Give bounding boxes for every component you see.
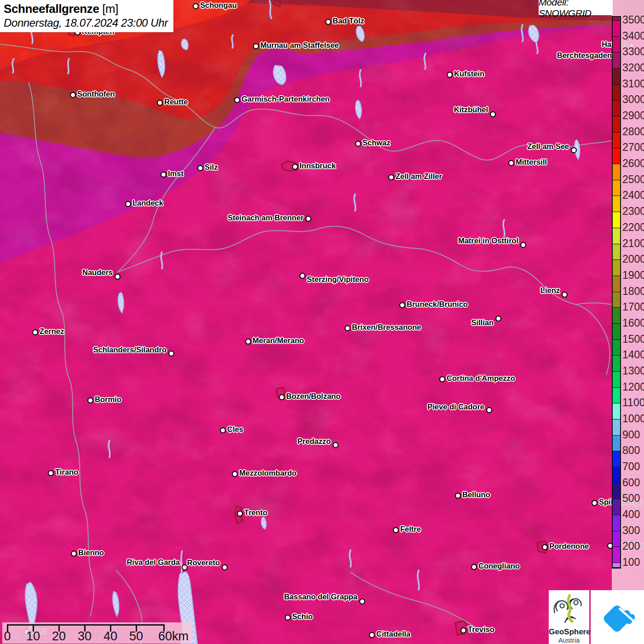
mountain-cloud-icon bbox=[596, 598, 638, 637]
scale-bar-label: 30 bbox=[78, 629, 92, 644]
city-dot bbox=[359, 598, 365, 604]
city-dot bbox=[562, 292, 568, 298]
city-dot bbox=[305, 216, 311, 222]
city-dot bbox=[490, 111, 496, 117]
elevation-legend: 3500340033003200310030002900280027002600… bbox=[612, 0, 644, 644]
city-dot bbox=[325, 19, 331, 25]
legend-tick-label: 2300 bbox=[622, 205, 644, 218]
city-dot bbox=[232, 471, 238, 477]
city-dot bbox=[168, 351, 174, 356]
page-title: Schneefallgrenze [m] bbox=[4, 2, 168, 16]
city-label: Innsbruck bbox=[299, 161, 336, 170]
city-label: Belluno bbox=[462, 490, 490, 499]
city-dot bbox=[460, 627, 466, 633]
title-box: Schneefallgrenze [m] Donnerstag, 18.07.2… bbox=[0, 0, 173, 32]
geosphere-logo: GeoSphere Austria bbox=[549, 590, 589, 644]
legend-tick-label: 1900 bbox=[622, 269, 644, 282]
city-label: Nauders bbox=[82, 268, 113, 277]
legend-segment bbox=[613, 196, 620, 212]
title-unit: [m] bbox=[99, 2, 118, 16]
geosphere-logo-text: GeoSphere bbox=[549, 628, 589, 636]
city-dot bbox=[471, 564, 477, 570]
legend-segment bbox=[613, 388, 620, 404]
scale-bar-ruler bbox=[7, 624, 164, 626]
legend-segment bbox=[613, 85, 620, 101]
legend-tick-label: 3000 bbox=[622, 93, 644, 106]
city-label: Silz bbox=[205, 163, 218, 172]
legend-tick-label: 200 bbox=[622, 540, 644, 552]
legend-segment bbox=[613, 372, 620, 388]
city-label: Kitzbühel bbox=[454, 105, 488, 114]
city-label: Zell am Ziller bbox=[396, 172, 442, 181]
city-label: Schongau bbox=[200, 1, 237, 10]
legend-segment bbox=[613, 260, 620, 276]
legend-tick-label: 1800 bbox=[622, 285, 644, 298]
legend-tick-label: 1000 bbox=[622, 412, 644, 425]
city-label: Matrei in Osttirol bbox=[458, 236, 518, 245]
legend-segment bbox=[613, 21, 620, 37]
city-dot bbox=[245, 339, 251, 345]
legend-segment bbox=[613, 37, 620, 53]
city-dot bbox=[197, 165, 203, 171]
legend-tick-label: 2400 bbox=[622, 189, 644, 201]
legend-tick-label: 1400 bbox=[622, 348, 644, 361]
legend-segment bbox=[613, 451, 620, 467]
legend-tick-label: 1200 bbox=[622, 380, 644, 393]
city-label: Predazzo bbox=[298, 437, 331, 446]
legend-segment bbox=[613, 228, 620, 244]
geosphere-contours-icon bbox=[550, 590, 588, 626]
legend-segment bbox=[613, 356, 620, 372]
legend-tick-label: 2000 bbox=[622, 253, 644, 265]
city-dot bbox=[32, 329, 38, 335]
city-dot bbox=[220, 427, 226, 433]
city-label: Bozen/Bolzano bbox=[286, 392, 340, 401]
legend-segment bbox=[613, 324, 620, 340]
city-dot bbox=[486, 407, 492, 413]
city-label: Meran/Merano bbox=[253, 336, 304, 345]
legend-segment bbox=[613, 340, 620, 356]
city-dot bbox=[542, 544, 548, 550]
city-dot bbox=[345, 325, 351, 331]
city-label: Treviso bbox=[468, 625, 494, 634]
legend-segment bbox=[613, 515, 620, 531]
legend-segment bbox=[613, 69, 620, 85]
legend-segment bbox=[613, 276, 620, 292]
legend-segment bbox=[613, 100, 620, 116]
city-label: Riva del Garda bbox=[126, 558, 180, 567]
legend-tick-label: 800 bbox=[622, 444, 644, 457]
scale-bar-label: 0 bbox=[4, 629, 11, 644]
city-dot bbox=[285, 615, 291, 621]
legend-tick-label: 900 bbox=[622, 428, 644, 441]
legend-segment bbox=[613, 212, 620, 228]
city-dot bbox=[299, 273, 305, 279]
legend-segment bbox=[613, 52, 620, 69]
legend-tick-label: 3300 bbox=[622, 45, 644, 58]
legend-segment bbox=[613, 499, 620, 515]
city-dot bbox=[48, 470, 54, 476]
legend-tick-label: 100 bbox=[622, 556, 644, 569]
city-label: Cittadella bbox=[376, 630, 410, 638]
city-label: Zernez bbox=[40, 327, 64, 336]
legend-segment bbox=[613, 420, 620, 436]
city-dot bbox=[439, 376, 445, 382]
legend-segment bbox=[613, 244, 620, 260]
scale-bar-label: 40 bbox=[104, 629, 117, 644]
city-label: Sillian bbox=[471, 318, 494, 327]
city-dot bbox=[87, 397, 93, 403]
legend-segment bbox=[613, 403, 620, 420]
scale-bar-label: 20 bbox=[52, 629, 66, 644]
city-label: Cles bbox=[227, 425, 243, 434]
city-label: Schwaz bbox=[362, 138, 391, 147]
legend-tick-label: 2600 bbox=[622, 157, 644, 170]
legend-tick-label: 3500 bbox=[622, 13, 644, 26]
city-dot bbox=[125, 201, 131, 207]
city-dot bbox=[161, 172, 167, 178]
legend-segment bbox=[613, 308, 620, 324]
city-label: Garmisch-Partenkirchen bbox=[242, 95, 330, 104]
legend-tick-label: 2100 bbox=[622, 237, 644, 250]
legend-colorbar bbox=[612, 16, 621, 569]
city-label: Mezzolombardo bbox=[239, 469, 297, 477]
city-label: Mittersill bbox=[516, 158, 547, 167]
city-label: Brixen/Bressanone bbox=[352, 323, 421, 332]
city-dot bbox=[234, 97, 240, 103]
